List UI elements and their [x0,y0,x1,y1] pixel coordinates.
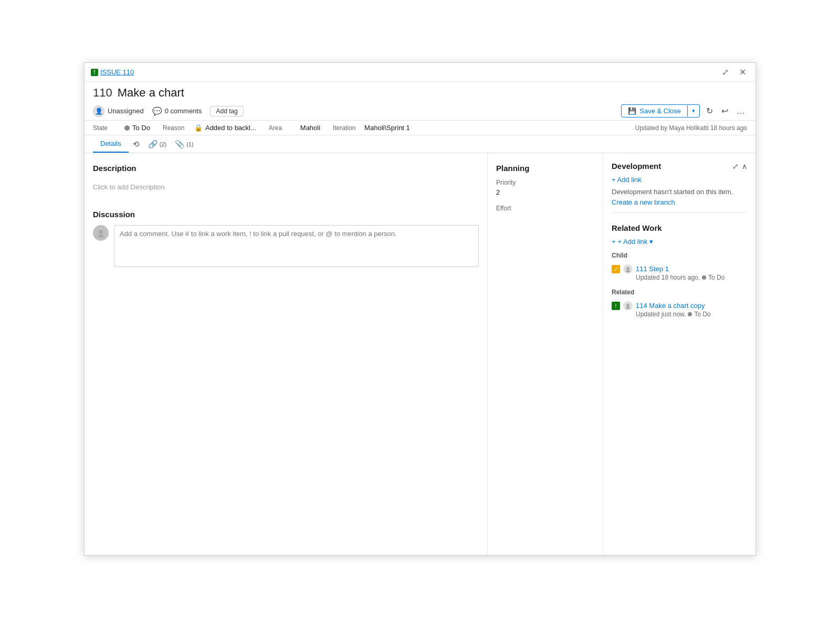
svg-point-2 [626,267,629,270]
effort-field: Effort [496,205,594,212]
development-not-started-text: Development hasn't started on this item. [612,188,747,196]
development-expand-button[interactable]: ⤢ [732,162,739,171]
state-text: To Do [132,124,150,132]
effort-label: Effort [496,205,594,212]
assignee-label: Unassigned [108,107,144,115]
comment-input[interactable] [114,225,479,267]
attachments-badge: (1) [186,141,193,147]
assignee-field[interactable]: 👤 Unassigned [93,105,144,117]
related-item-meta: Updated just now, To Do [636,311,747,318]
description-placeholder[interactable]: Click to add Description [93,179,479,195]
related-work-section: Related Work + + Add link ▾ Child 111 [612,223,747,320]
svg-point-3 [626,270,630,272]
related-work-add-link-button[interactable]: + + Add link ▾ [612,238,653,246]
work-item-title-row: 110 Make a chart [93,86,747,100]
svg-point-5 [626,307,630,309]
work-item-header: 110 Make a chart 👤 Unassigned 💬 0 commen… [85,82,755,121]
related-item-number: 114 [636,302,647,310]
save-icon: 💾 [628,107,636,115]
issue-tag-link[interactable]: ISSUE 110 [91,68,134,76]
svg-point-0 [99,230,103,234]
priority-value[interactable]: 2 [496,188,594,196]
related-status-dot [688,312,692,316]
work-item-number: 110 [93,86,112,100]
work-item-name[interactable]: Make a chart [118,86,184,100]
child-item-status: To Do [708,274,724,281]
history-icon: ⟲ [133,140,140,149]
plus-icon: + [612,238,616,246]
child-item-name: Step 1 [649,265,669,273]
related-work-title: Related Work [612,223,747,232]
child-user-icon [623,264,633,274]
development-collapse-button[interactable]: ∧ [742,162,747,171]
development-icons: ⤢ ∧ [732,162,747,171]
state-label: State [93,124,120,132]
child-item-number: 111 [636,265,647,273]
links-badge: (2) [160,141,166,147]
lock-icon: 🔒 [194,124,203,132]
discussion-section: Discussion [93,210,479,267]
reason-value[interactable]: 🔒 Added to backl... [194,124,256,132]
comments-count: 0 comments [165,107,202,115]
reason-text: Added to backl... [205,124,256,132]
related-item-link[interactable]: 114 Make a chart copy [636,302,705,310]
comments-icon: 💬 [152,106,162,116]
refresh-button[interactable]: ↻ [704,104,715,118]
related-bug-icon: ! [612,302,620,310]
issue-tag-text: ISSUE 110 [100,68,134,76]
close-button[interactable]: ✕ [736,66,749,78]
right-column: Development ⤢ ∧ + Add link Development h… [603,153,755,555]
user-avatar [93,225,109,241]
related-user-icon [623,301,633,311]
development-add-link-button[interactable]: + Add link [612,176,642,184]
updated-text: Updated by Maya Holikatti 18 hours ago [635,124,747,132]
iteration-value[interactable]: Maholi\Sprint 1 [364,124,410,132]
tab-links[interactable]: 🔗 (2) [144,136,171,152]
body: Description Click to add Description Dis… [85,153,755,555]
assignee-avatar: 👤 [93,105,104,117]
state-value[interactable]: To Do [124,124,150,132]
svg-point-1 [98,235,104,238]
tab-bar: Details ⟲ 🔗 (2) 📎 (1) [85,135,755,153]
child-checkbox-icon [612,265,620,273]
reason-label: Reason [163,124,190,132]
related-item: ! 114 Make a chart copy Updated just now… [612,299,747,320]
planning-column: Planning Priority 2 Effort [488,153,603,555]
state-field: State To Do [93,124,150,132]
save-close-dropdown-arrow[interactable]: ▾ [687,105,699,116]
child-item-content: 111 Step 1 Updated 18 hours ago, To Do [636,264,747,281]
priority-field: Priority 2 [496,179,594,196]
left-column: Description Click to add Description Dis… [85,153,488,555]
development-title: Development [612,162,661,171]
state-dot [124,125,130,131]
priority-label: Priority [496,179,594,186]
more-options-button[interactable]: … [734,104,747,118]
save-close-button[interactable]: 💾 Save & Close ▾ [621,104,700,118]
child-item-meta-text: Updated 18 hours ago, [636,274,700,281]
tab-attachments[interactable]: 📎 (1) [171,136,197,152]
planning-title: Planning [496,164,594,173]
related-item-meta-text: Updated just now, [636,311,686,318]
create-branch-link[interactable]: Create a new branch [612,198,675,206]
add-tag-button[interactable]: Add tag [210,106,243,116]
related-item-name: Make a chart copy [649,302,705,310]
expand-button[interactable]: ⤢ [719,66,732,78]
title-bar-controls: ⤢ ✕ [719,66,749,78]
discussion-input-row [93,225,479,267]
tab-details[interactable]: Details [93,135,129,153]
related-item-content: 114 Make a chart copy Updated just now, … [636,301,747,318]
undo-button[interactable]: ↩ [719,104,730,118]
related-label: Related [612,289,747,296]
issue-icon [91,69,98,76]
area-value[interactable]: Maholi [300,124,320,132]
description-title: Description [93,164,479,173]
link-icon: 🔗 [148,140,158,149]
related-item-status: To Do [694,311,710,318]
title-bar: ISSUE 110 ⤢ ✕ [85,63,755,82]
child-item-link[interactable]: 111 Step 1 [636,265,669,273]
area-label: Area [269,124,296,132]
save-close-main[interactable]: 💾 Save & Close [622,105,687,117]
header-actions: 💾 Save & Close ▾ ↻ ↩ … [621,104,747,118]
tab-history[interactable]: ⟲ [129,136,144,152]
comments-button[interactable]: 💬 0 comments [152,106,202,116]
